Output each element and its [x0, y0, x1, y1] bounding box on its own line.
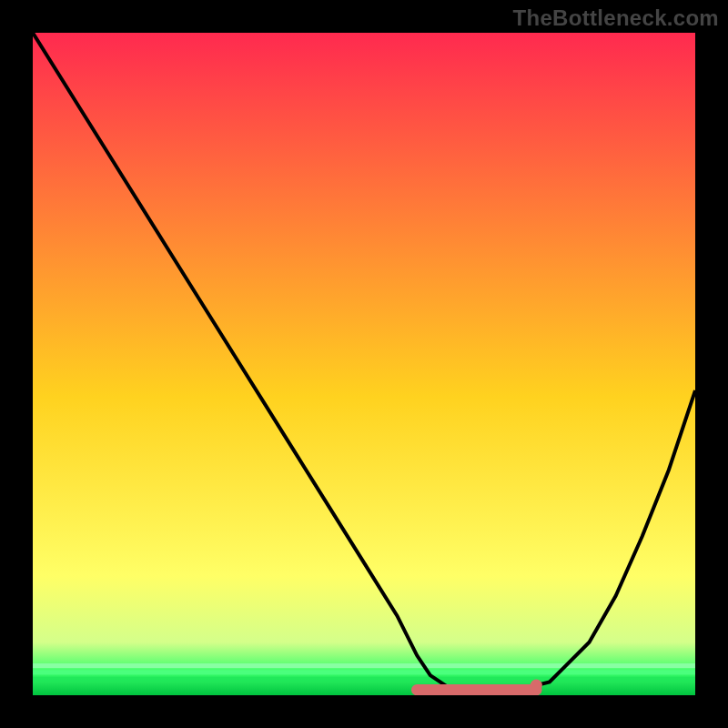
green-band-2 [33, 670, 695, 674]
green-band-1 [33, 663, 695, 668]
optimal-point-marker [531, 680, 542, 692]
plot-background [33, 33, 695, 695]
watermark-text: TheBottleneck.com [513, 5, 719, 31]
bottleneck-plot [33, 33, 695, 695]
green-band-3 [33, 677, 695, 682]
chart-frame: TheBottleneck.com [0, 0, 728, 728]
